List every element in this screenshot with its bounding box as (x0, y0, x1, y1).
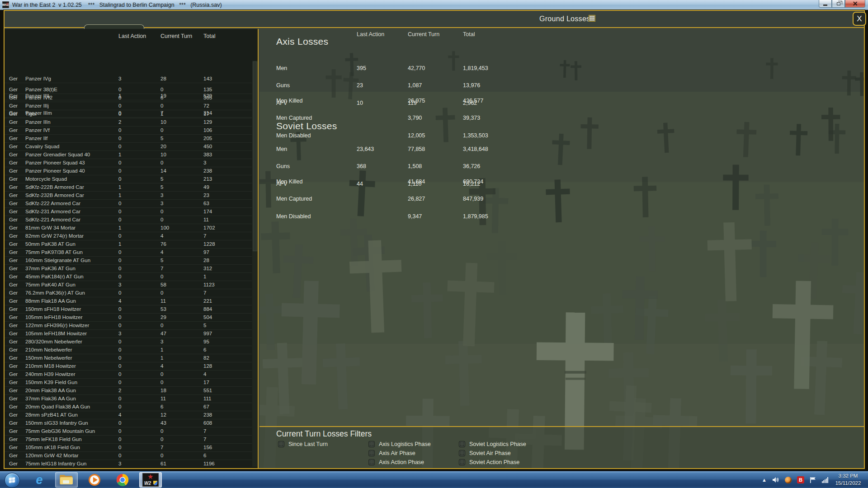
close-icon: ✕ (853, 0, 858, 7)
windows-explorer-button[interactable] (55, 472, 78, 488)
losses-chart-icon[interactable] (589, 15, 595, 22)
unit-name-cell: 75mm PaK97/38 AT Gun (25, 249, 83, 255)
minimize-button[interactable] (819, 0, 832, 8)
current-turn-cell: 0 (160, 103, 163, 108)
total-cell: 156 (203, 445, 212, 450)
scrollbar-thumb[interactable] (253, 61, 257, 251)
unit-name-cell: Panzer IIIn (25, 119, 51, 125)
table-row: Ger 50mm PaK38 AT Gun 1 76 1228 (5, 240, 252, 249)
volume-icon[interactable] (772, 477, 779, 483)
checkbox-icon[interactable] (368, 441, 375, 447)
nation-cell: Ger (9, 274, 18, 279)
media-player-icon (89, 474, 100, 486)
restore-button[interactable] (832, 0, 845, 8)
table-row: Ger SdKfz-231 Armored Car 0 0 174 (5, 208, 252, 216)
windows-taskbar: e ★ W2 ▲ (0, 471, 868, 488)
unit-name-cell: 20mm Quad Flak38 AA Gun (25, 404, 90, 409)
unit-name-cell: 75mm leFK18 Field Gun (25, 436, 82, 442)
current-turn-cell: 100 (160, 225, 169, 230)
table-row: Ger SdKfz-222 Armored Car 0 3 63 (5, 200, 252, 208)
last-action-cell: 0 (118, 404, 121, 409)
action-center-flag-icon[interactable] (810, 477, 816, 483)
current-turn-cell: 53 (160, 306, 166, 312)
current-turn-cell: 12 (160, 412, 166, 418)
media-player-button[interactable] (83, 472, 106, 488)
bitdefender-tray-icon[interactable]: B (797, 476, 804, 483)
start-button[interactable] (5, 473, 20, 488)
current-turn-cell: 43 (160, 420, 166, 426)
current-turn-cell: 29 (160, 314, 166, 320)
table-row: Ger 45mm PaK184(r) AT Gun 0 0 1 (5, 273, 252, 281)
last-action-cell: 0 (118, 144, 121, 149)
total-cell: 63 (203, 201, 209, 206)
nation-cell: Ger (9, 103, 18, 108)
nation-cell: Ger (9, 217, 18, 222)
window-titlebar[interactable]: WitE2 War in the East 2 v 1.02.25 *** St… (0, 0, 868, 10)
nation-cell: Ger (9, 347, 18, 352)
nation-cell: Ger (9, 76, 18, 81)
unit-name-cell: 20mm Flak38 AA Gun (25, 388, 76, 393)
total-cell: 143 (203, 76, 212, 81)
table-row: Ger 37mm PaK36 AT Gun 0 7 312 (5, 265, 252, 273)
total-cell: 7 (203, 428, 206, 434)
table-row: Ger 210mm M18 Howitzer 0 4 128 (5, 362, 252, 371)
total-cell: 129 (203, 119, 212, 125)
total-cell: 49 (203, 184, 209, 190)
current-turn-cell: 76 (160, 241, 166, 247)
war-in-the-east-2-button[interactable]: ★ W2 (139, 472, 162, 488)
total-cell: 1 (203, 274, 206, 279)
last-action-cell: 0 (118, 445, 121, 450)
unit-name-cell: 75mm leIG18 Infantry Gun (25, 461, 87, 466)
internet-explorer-button[interactable]: e (28, 472, 51, 488)
table-row: Ger 76.2mm PaK36(r) AT Gun 0 0 7 (5, 289, 252, 297)
total-cell: 238 (203, 168, 212, 174)
nation-cell: Ger (9, 282, 18, 287)
unit-name-cell: Panzer Grenadier Squad 40 (25, 152, 90, 157)
clock-date: 15/11/2022 (830, 479, 866, 487)
checkbox-icon[interactable] (459, 441, 465, 447)
since-last-turn-filter[interactable]: Since Last Turn (278, 441, 368, 448)
table-row: Ger 81mm GrW 34 Mortar 1 100 1702 (5, 224, 252, 232)
unit-name-cell: Panzer Pioneer Squad 43 (25, 160, 85, 165)
checkbox-icon[interactable] (459, 459, 465, 465)
nation-cell: Ger (9, 339, 18, 344)
last-action-cell: 0 (118, 87, 121, 92)
last-action-cell: 0 (118, 339, 121, 344)
current-turn-cell: 28 (160, 76, 166, 81)
unit-name-cell: SdKfz-231 Armored Car (25, 209, 80, 214)
unit-name-cell: 105mm leFH18 Howitzer (25, 314, 83, 320)
radio-icon[interactable] (278, 441, 284, 447)
total-cell: 6 (203, 347, 206, 352)
unit-name-cell: 75mm PaK40 AT Gun (25, 282, 75, 287)
chrome-button[interactable] (111, 472, 134, 488)
unit-name-cell: 45mm PaK184(r) AT Gun (25, 274, 84, 279)
close-screen-button[interactable]: X (853, 12, 866, 26)
nation-cell: Ger (9, 152, 18, 157)
last-action-cell: 1 (118, 241, 121, 247)
nation-cell: Ger (9, 453, 18, 458)
messenger-tray-icon[interactable] (785, 477, 792, 483)
last-action-cell: 0 (118, 436, 121, 442)
total-cell: 67 (203, 404, 209, 409)
total-cell: 7 (203, 436, 206, 442)
column-header-last-action: Last Action (118, 33, 146, 39)
checkbox-icon[interactable] (368, 450, 375, 456)
total-cell: 6 (203, 453, 206, 458)
table-row: Ger 75mm PaK40 AT Gun 3 58 1123 (5, 281, 252, 289)
table-scrollbar[interactable] (252, 61, 258, 467)
show-hidden-icons-button[interactable]: ▲ (762, 477, 767, 483)
nation-cell: Ger (9, 95, 18, 100)
unit-name-cell: 82mm GrW 274(r) Mortar (25, 233, 84, 239)
table-row: Ger 20mm Quad Flak38 AA Gun 0 6 67 (5, 403, 252, 411)
close-window-button[interactable]: ✕ (845, 0, 865, 8)
total-cell: 450 (203, 144, 212, 149)
network-signal-icon[interactable] (822, 477, 828, 483)
checkbox-icon[interactable] (459, 450, 465, 456)
checkbox-icon[interactable] (368, 459, 375, 465)
table-row: Ger 75mm GebG36 Mountain Gun 0 0 7 (5, 427, 252, 436)
system-clock[interactable]: 3:32 PM 15/11/2022 (830, 472, 866, 488)
game-window: Ground Losses Air Losses Destroyed Units… (4, 10, 865, 469)
unit-name-cell: 105mm sK18 Field Gun (25, 445, 80, 450)
unit-name-cell: 210mm M18 Howitzer (25, 363, 76, 369)
unit-name-cell: 75mm GebG36 Mountain Gun (25, 428, 95, 434)
